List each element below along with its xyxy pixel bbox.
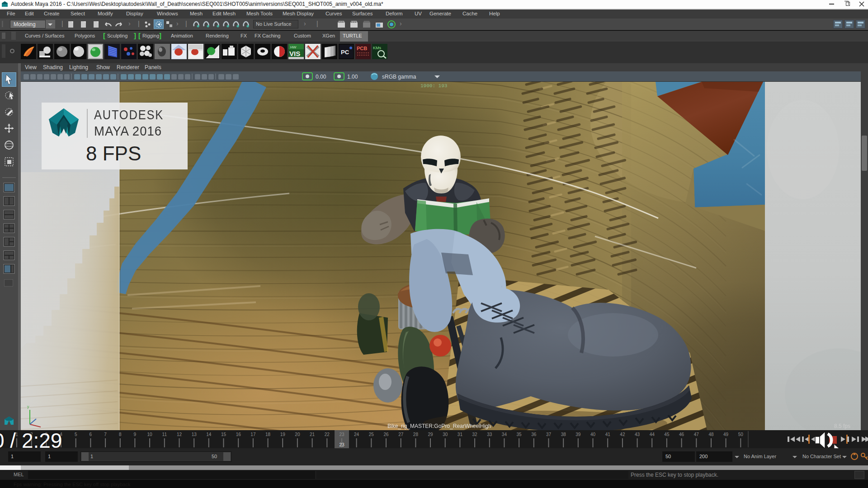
svg-text:39: 39 (576, 432, 581, 437)
svg-text:KMs: KMs (373, 46, 382, 50)
svg-text:45: 45 (664, 432, 670, 437)
svg-text:19: 19 (280, 432, 286, 437)
svg-text:48: 48 (708, 432, 714, 437)
svg-text:27: 27 (398, 432, 404, 437)
svg-text:6: 6 (90, 432, 92, 437)
svg-text:21: 21 (310, 432, 315, 437)
svg-text:23: 23 (339, 442, 344, 447)
svg-text:VIS: VIS (289, 50, 300, 57)
svg-text:28: 28 (413, 432, 419, 437)
svg-text:47: 47 (694, 432, 699, 437)
svg-text:5: 5 (75, 432, 77, 437)
svg-text:42: 42 (620, 432, 625, 437)
svg-text:24: 24 (354, 432, 359, 437)
svg-text:34: 34 (502, 432, 507, 437)
svg-text:8.5 fps: 8.5 fps (834, 423, 850, 429)
svg-text:49: 49 (723, 432, 729, 437)
svg-text:40: 40 (590, 432, 596, 437)
svg-text:16: 16 (236, 432, 241, 437)
svg-text:26: 26 (383, 432, 389, 437)
svg-text:7: 7 (104, 432, 107, 437)
svg-text:1900: 193: 1900: 193 (420, 83, 447, 89)
svg-text:37: 37 (546, 432, 552, 437)
svg-text:33: 33 (487, 432, 492, 437)
svg-text:8: 8 (119, 432, 122, 437)
svg-text:15: 15 (221, 432, 226, 437)
svg-text:17: 17 (250, 432, 256, 437)
svg-text:22: 22 (325, 432, 330, 437)
svg-text:9: 9 (134, 432, 137, 437)
svg-text:25: 25 (369, 432, 374, 437)
svg-text:PC: PC (341, 49, 349, 56)
svg-text:11: 11 (162, 432, 167, 437)
svg-text:Bike_rig_MASTER:GoPro_RearWhee: Bike_rig_MASTER:GoPro_RearWheelHigh (387, 423, 491, 429)
svg-text:PCB: PCB (357, 46, 367, 51)
svg-text:HW: HW (290, 45, 297, 49)
svg-text:44: 44 (650, 432, 655, 437)
svg-text:38: 38 (561, 432, 566, 437)
svg-text:35: 35 (517, 432, 522, 437)
svg-text:13: 13 (192, 432, 197, 437)
svg-text:29: 29 (428, 432, 433, 437)
svg-text:41: 41 (605, 432, 611, 437)
svg-text:12: 12 (177, 432, 182, 437)
svg-text:32: 32 (472, 432, 478, 437)
svg-text:23: 23 (339, 432, 344, 437)
svg-text:31: 31 (458, 432, 463, 437)
svg-text:43: 43 (635, 432, 640, 437)
svg-text:30: 30 (443, 432, 448, 437)
svg-text:10: 10 (147, 432, 153, 437)
svg-text:18: 18 (265, 432, 271, 437)
svg-text:14: 14 (206, 432, 212, 437)
svg-text:36: 36 (531, 432, 537, 437)
svg-text:50: 50 (738, 432, 744, 437)
svg-text:46: 46 (679, 432, 684, 437)
svg-text:y: y (27, 404, 29, 409)
svg-text:20: 20 (295, 432, 300, 437)
